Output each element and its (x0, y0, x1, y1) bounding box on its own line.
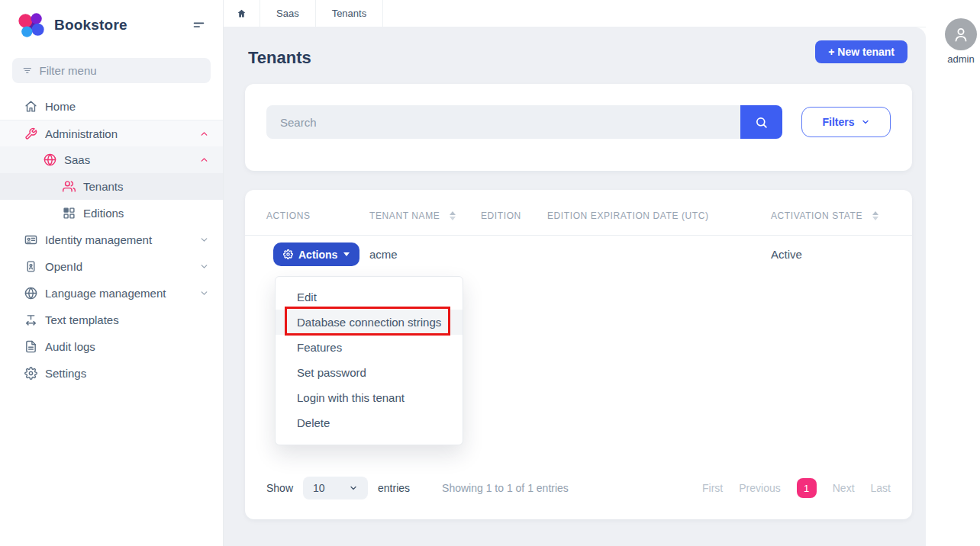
sidebar-item-text-templates[interactable]: Text templates (0, 307, 223, 333)
column-header-edition: EDITION (481, 210, 547, 221)
column-header-activation-state[interactable]: ACTIVATION STATE (771, 210, 891, 221)
sidebar-item-identity-management[interactable]: Identity management (0, 226, 223, 253)
home-icon (24, 100, 37, 113)
new-tenant-button[interactable]: + New tenant (815, 40, 907, 63)
search-button[interactable] (740, 105, 782, 139)
sidebar-item-administration[interactable]: Administration (0, 120, 223, 146)
chevron-down-icon (199, 235, 209, 245)
show-label: Show (266, 482, 293, 494)
sidebar-item-editions[interactable]: Editions (0, 200, 223, 226)
sidebar-item-home[interactable]: Home (0, 93, 223, 120)
menu-item-set-password[interactable]: Set password (276, 360, 463, 385)
sidebar-item-saas[interactable]: Saas (0, 146, 223, 173)
sidebar-item-openid[interactable]: OpenId (0, 253, 223, 280)
table-header-row: ACTIONS TENANT NAME EDITION EDITION EXPI… (245, 190, 912, 236)
caret-down-icon (343, 252, 350, 256)
sidebar-item-audit-logs[interactable]: Audit logs (0, 333, 223, 360)
filters-button[interactable]: Filters (801, 107, 891, 137)
sidebar-item-language-management[interactable]: Language management (0, 280, 223, 307)
chevron-up-icon (199, 155, 209, 165)
sort-icon[interactable] (872, 211, 878, 220)
screen: Bookstore Home Administration Saas (0, 0, 980, 546)
pagination-previous[interactable]: Previous (739, 482, 780, 494)
sort-icon[interactable] (450, 211, 456, 220)
menu-item-edit[interactable]: Edit (276, 284, 463, 310)
table-footer: Show 10 entries Showing 1 to 1 of 1 entr… (266, 477, 891, 499)
users-icon (63, 180, 76, 193)
row-actions-button[interactable]: Actions (273, 242, 359, 266)
menu-item-database-connection-strings[interactable]: Database connection strings (276, 310, 463, 335)
sidebar-nav: Home Administration Saas Tenants Edition… (0, 93, 223, 387)
sidebar-item-settings[interactable]: Settings (0, 360, 223, 387)
globe-icon (44, 153, 56, 166)
actions-dropdown-menu: Edit Database connection strings Feature… (275, 276, 463, 445)
chevron-down-icon (199, 262, 209, 271)
avatar[interactable] (945, 18, 977, 50)
id-card-icon (24, 233, 37, 246)
page-title: Tenants (248, 48, 311, 68)
pagination-first[interactable]: First (702, 482, 723, 494)
home-icon (237, 8, 247, 18)
menu-item-delete[interactable]: Delete (276, 410, 463, 435)
pagination-next[interactable]: Next (833, 482, 855, 494)
sidebar-collapse-icon[interactable] (192, 19, 206, 31)
menu-item-login-with-this-tenant[interactable]: Login with this tenant (276, 385, 463, 410)
search-input[interactable] (266, 105, 740, 139)
app-title: Bookstore (54, 17, 127, 34)
menu-item-features[interactable]: Features (276, 335, 463, 360)
sidebar: Bookstore Home Administration Saas (0, 0, 224, 546)
grid-icon (63, 207, 76, 220)
search-card: Filters (245, 84, 912, 171)
chevron-up-icon (199, 129, 209, 139)
search-bar (266, 105, 782, 139)
row-tenant-name: acme (369, 248, 481, 261)
chevron-down-icon (861, 117, 870, 127)
search-icon (755, 116, 768, 129)
sidebar-filter[interactable] (12, 58, 211, 83)
brand: Bookstore (0, 0, 223, 50)
sidebar-item-tenants[interactable]: Tenants (0, 173, 223, 200)
filter-icon (22, 65, 33, 76)
column-header-tenant-name[interactable]: TENANT NAME (369, 210, 481, 221)
column-header-actions: ACTIONS (266, 210, 369, 221)
current-user: admin (943, 18, 978, 65)
breadcrumb-home[interactable] (224, 0, 260, 27)
column-header-edition-expiration: EDITION EXPIRATION DATE (UTC) (547, 210, 771, 221)
person-icon (952, 25, 970, 43)
gear-icon (283, 249, 293, 259)
page-size-select[interactable]: 10 (303, 477, 368, 499)
gear-icon (24, 367, 37, 380)
menu-filter-input[interactable] (40, 64, 201, 77)
pagination-current-page[interactable]: 1 (797, 478, 817, 498)
row-actions-cell: Actions (266, 242, 369, 266)
chevron-down-icon (349, 483, 358, 493)
entries-summary: Showing 1 to 1 of 1 entries (442, 482, 569, 494)
table-row: Actions acme Active (245, 236, 912, 266)
globe-icon (24, 287, 37, 300)
breadcrumb: Saas Tenants (224, 0, 926, 27)
pagination: First Previous 1 Next Last (702, 478, 891, 498)
pagination-last[interactable]: Last (871, 482, 891, 494)
entries-label: entries (378, 482, 410, 494)
user-name: admin (943, 53, 978, 65)
chevron-down-icon (199, 288, 209, 298)
wrench-icon (24, 127, 37, 140)
app-logo-icon (17, 11, 46, 40)
file-icon (24, 340, 37, 353)
breadcrumb-item-tenants[interactable]: Tenants (316, 0, 384, 27)
text-width-icon (24, 313, 37, 326)
id-badge-icon (24, 260, 37, 273)
breadcrumb-item-saas[interactable]: Saas (260, 0, 316, 27)
row-activation-state: Active (771, 248, 891, 261)
